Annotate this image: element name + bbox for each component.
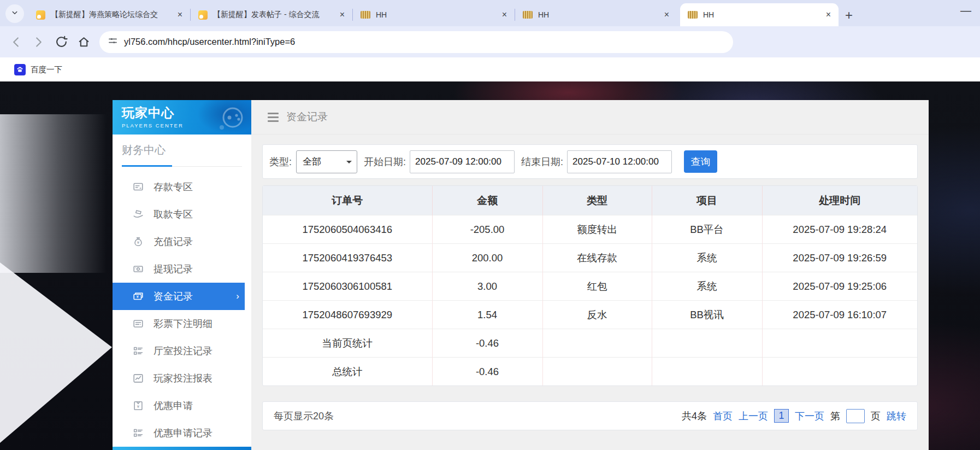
tab-hh-2[interactable]: HH × (515, 3, 677, 26)
forum-favicon (198, 10, 208, 20)
tab-search-button[interactable] (5, 4, 24, 23)
type-select-value: 全部 (303, 155, 321, 168)
first-page-link[interactable]: 首页 (713, 410, 733, 423)
tab-title: 【新提醒】海燕策略论坛综合交 (51, 10, 175, 20)
table-row: 1752060419376453 200.00 在线存款 系统 2025-07-… (263, 244, 917, 272)
sidebar-item-lottery-bet-detail[interactable]: 彩票下注明细 (113, 310, 251, 337)
sidebar-item-hall-bet-record[interactable]: 厅室投注记录 (113, 337, 251, 365)
sidebar-item-recharge-record[interactable]: ¥ 充值记录 (113, 228, 251, 255)
background-light-streak (0, 114, 107, 273)
bookmarks-bar: 百度一下 (0, 57, 980, 81)
cell-project: 系统 (652, 244, 762, 272)
sidebar-menu: 存款专区 取款专区 ¥ 充值记录 提现记录 (113, 167, 251, 447)
home-icon[interactable] (77, 35, 91, 49)
sidebar-item-label: 资金记录 (154, 290, 193, 303)
sidebar-item-fund-records[interactable]: ¥ 资金记录 › (113, 283, 245, 310)
table-row-page-stats: 当前页统计 -0.46 (263, 329, 917, 358)
sidebar-item-withdraw-record[interactable]: 提现记录 (113, 255, 251, 283)
cell-stats-amount: -0.46 (432, 329, 542, 358)
back-icon[interactable] (9, 35, 23, 49)
background-white-wedge (0, 262, 112, 443)
current-page-badge[interactable]: 1 (774, 409, 789, 423)
sidebar-item-promo-apply-record[interactable]: 优惠申请记录 (113, 419, 251, 447)
type-select[interactable]: 全部 (296, 150, 357, 173)
cell-order-no: 1752060419376453 (263, 244, 432, 272)
forum-favicon (36, 10, 45, 20)
cell-order-no: 1752060504063416 (263, 215, 432, 244)
bookmark-baidu[interactable]: 百度一下 (14, 64, 62, 75)
sidebar-item-label: 彩票下注明细 (154, 317, 212, 330)
cell-process-time: 2025-07-09 19:26:59 (762, 244, 917, 272)
sidebar-item-player-bet-report[interactable]: 玩家投注报表 (113, 365, 251, 392)
jump-page-input[interactable] (846, 409, 865, 423)
type-label: 类型: (269, 155, 292, 168)
reload-icon[interactable] (55, 35, 68, 49)
gold-favicon (361, 11, 370, 19)
gold-favicon (688, 11, 698, 19)
end-date-label: 结束日期: (521, 155, 563, 168)
close-icon[interactable]: × (500, 9, 509, 20)
sidebar-item-withdraw[interactable]: 取款专区 (113, 201, 251, 228)
next-page-link[interactable]: 下一页 (795, 410, 824, 423)
cell-project: BB视讯 (652, 301, 762, 329)
table-row-total-stats: 总统计 -0.46 (263, 358, 917, 386)
browser-window: 【新提醒】海燕策略论坛综合交 × 【新提醒】发表帖子 - 综合交流 × HH ×… (0, 0, 980, 450)
search-button[interactable]: 查询 (684, 150, 717, 173)
address-bar[interactable]: yl756.com/hhcp/usercenter.html?iniType=6 (99, 31, 733, 53)
cell-type: 反水 (542, 301, 652, 329)
chevron-right-icon: › (236, 291, 239, 302)
tab-title: 【新提醒】发表帖子 - 综合交流 (213, 10, 338, 20)
jump-go-link[interactable]: 跳转 (887, 410, 906, 423)
moneybag-icon: ¥ (132, 236, 144, 248)
jump-prefix-label: 第 (830, 410, 840, 423)
hamburger-icon[interactable] (268, 113, 279, 122)
close-icon[interactable]: × (662, 9, 671, 20)
tab-forum-1[interactable]: 【新提醒】海燕策略论坛综合交 × (28, 3, 190, 26)
tab-hh-1[interactable]: HH × (353, 3, 515, 26)
new-tab-button[interactable]: + (845, 9, 853, 22)
window-minimize-button[interactable]: — (960, 4, 971, 17)
table-row: 1752060306100581 3.00 红包 系统 2025-07-09 1… (263, 272, 917, 301)
svg-text:¥: ¥ (137, 240, 140, 245)
site-settings-icon[interactable] (107, 35, 119, 49)
sidebar-item-label: 优惠申请记录 (154, 426, 212, 440)
page-header: 资金记录 (251, 100, 929, 135)
cell-order-no: 1752048607693929 (263, 301, 432, 329)
url-text[interactable]: yl756.com/hhcp/usercenter.html?iniType=6 (124, 37, 295, 47)
tab-hh-active[interactable]: HH × (680, 3, 839, 26)
column-header-order-no: 订单号 (263, 186, 432, 215)
sidebar-section: 财务中心 (113, 135, 251, 167)
cell-empty (652, 358, 762, 386)
sidebar: 玩家中心 PLAYERS CENTER 财务中心 存款专区 取款专区 (113, 100, 251, 450)
table-row: 1752048607693929 1.54 反水 BB视讯 2025-07-09… (263, 301, 917, 329)
close-icon[interactable]: × (175, 9, 185, 20)
tab-strip: 【新提醒】海燕策略论坛综合交 × 【新提醒】发表帖子 - 综合交流 × HH ×… (0, 0, 980, 26)
prev-page-link[interactable]: 上一页 (739, 410, 768, 423)
coupon-icon: ¥ (132, 400, 144, 412)
cell-project: 系统 (652, 272, 762, 301)
column-header-project: 项目 (652, 186, 762, 215)
board-list-icon (132, 427, 144, 439)
cell-empty (652, 329, 762, 358)
svg-text:¥: ¥ (137, 294, 139, 299)
close-icon[interactable]: × (824, 9, 833, 20)
cell-stats-label: 总统计 (263, 358, 432, 386)
cell-process-time: 2025-07-09 19:28:24 (762, 215, 917, 244)
cell-order-no: 1752060306100581 (263, 272, 432, 301)
sidebar-item-deposit[interactable]: 存款专区 (113, 173, 251, 201)
sidebar-item-label: 取款专区 (154, 208, 193, 221)
cell-process-time: 2025-07-09 16:10:07 (762, 301, 917, 329)
cell-empty (762, 358, 917, 386)
cell-amount: 1.54 (432, 301, 542, 329)
cell-empty (762, 329, 917, 358)
tab-forum-2[interactable]: 【新提醒】发表帖子 - 综合交流 × (191, 3, 352, 26)
column-header-type: 类型 (542, 186, 652, 215)
start-date-input[interactable] (410, 150, 515, 173)
close-icon[interactable]: × (338, 9, 347, 20)
sidebar-item-promo-apply[interactable]: ¥ 优惠申请 (113, 392, 251, 419)
total-count-text: 共4条 (682, 410, 707, 423)
forward-icon[interactable] (32, 35, 46, 49)
end-date-input[interactable] (567, 150, 672, 173)
cell-stats-amount: -0.46 (432, 358, 542, 386)
sidebar-item-label: 充值记录 (154, 235, 193, 248)
